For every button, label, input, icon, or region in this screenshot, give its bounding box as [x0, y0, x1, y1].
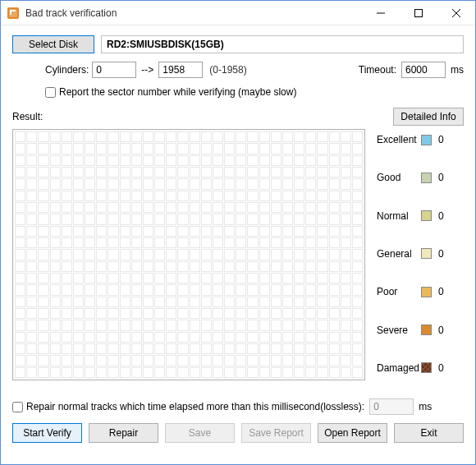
- repair-button[interactable]: Repair: [89, 423, 158, 443]
- repair-tracks-checkbox[interactable]: [12, 402, 23, 412]
- grid-cell: [131, 249, 142, 260]
- grid-cell: [166, 297, 176, 307]
- grid-cell: [305, 167, 316, 177]
- start-verify-button[interactable]: Start Verify: [12, 423, 82, 443]
- grid-cell: [224, 355, 235, 366]
- grid-cell: [96, 261, 107, 272]
- grid-cell: [85, 273, 95, 283]
- grid-cell: [190, 191, 200, 201]
- grid-cell: [62, 155, 72, 166]
- grid-cell: [15, 226, 25, 237]
- exit-button[interactable]: Exit: [394, 423, 464, 443]
- save-button[interactable]: Save: [165, 423, 235, 443]
- grid-cell: [224, 237, 235, 248]
- grid-cell: [190, 237, 200, 248]
- grid-cell: [120, 355, 130, 366]
- grid-cell: [62, 297, 72, 307]
- grid-cell: [73, 367, 84, 378]
- grid-cell: [341, 320, 351, 330]
- grid-cell: [38, 131, 48, 142]
- grid-cell: [341, 202, 351, 213]
- grid-cell: [38, 320, 48, 330]
- select-disk-button[interactable]: Select Disk: [12, 35, 94, 53]
- grid-cell: [131, 355, 142, 366]
- save-report-button[interactable]: Save Report: [241, 423, 311, 443]
- grid-cell: [224, 284, 235, 295]
- timeout-input[interactable]: [401, 62, 446, 78]
- grid-cell: [143, 237, 153, 248]
- grid-cell: [166, 332, 176, 343]
- grid-cell: [26, 332, 37, 343]
- repair-unit: ms: [419, 401, 432, 412]
- grid-cell: [341, 155, 351, 166]
- grid-cell: [26, 355, 37, 366]
- legend-label: Good: [377, 172, 421, 183]
- grid-cell: [236, 202, 246, 213]
- grid-cell: [143, 214, 153, 224]
- grid-cell: [247, 355, 258, 366]
- grid-cell: [271, 178, 281, 189]
- grid-cell: [96, 226, 107, 237]
- grid-cell: [224, 202, 235, 213]
- grid-cell: [317, 308, 327, 319]
- close-button[interactable]: [437, 1, 475, 25]
- open-report-button[interactable]: Open Report: [318, 423, 387, 443]
- grid-cell: [224, 178, 235, 189]
- grid-cell: [15, 355, 25, 366]
- grid-cell: [282, 214, 293, 224]
- grid-cell: [177, 249, 188, 260]
- grid-cell: [108, 332, 118, 343]
- grid-cell: [143, 249, 153, 260]
- grid-cell: [317, 297, 327, 307]
- grid-cell: [177, 131, 188, 142]
- legend-count: 0: [438, 248, 444, 260]
- grid-cell: [247, 308, 258, 319]
- grid-cell: [26, 191, 37, 201]
- grid-cell: [224, 332, 235, 343]
- legend-label: Normal: [377, 210, 421, 222]
- grid-cell: [131, 226, 142, 237]
- grid-cell: [213, 273, 223, 283]
- grid-cell: [352, 343, 363, 354]
- grid-cell: [120, 214, 130, 224]
- cylinder-to-input[interactable]: [158, 62, 203, 78]
- grid-cell: [352, 155, 363, 166]
- minimize-button[interactable]: [362, 1, 400, 25]
- grid-cell: [73, 143, 84, 154]
- grid-cell: [177, 355, 188, 366]
- grid-cell: [15, 343, 25, 354]
- grid-cell: [154, 155, 165, 166]
- grid-cell: [236, 178, 246, 189]
- grid-cell: [73, 214, 84, 224]
- grid-cell: [85, 167, 95, 177]
- grid-cell: [213, 284, 223, 295]
- grid-cell: [96, 249, 107, 260]
- legend-swatch-damaged: [421, 362, 432, 373]
- grid-cell: [85, 237, 95, 248]
- grid-cell: [305, 320, 316, 330]
- grid-cell: [38, 355, 48, 366]
- grid-cell: [131, 320, 142, 330]
- grid-cell: [305, 131, 316, 142]
- detailed-info-button[interactable]: Detailed Info: [393, 108, 464, 126]
- grid-cell: [85, 178, 95, 189]
- cylinder-from-input[interactable]: [92, 62, 136, 78]
- grid-cell: [154, 343, 165, 354]
- grid-cell: [341, 167, 351, 177]
- grid-cell: [96, 284, 107, 295]
- report-sector-checkbox[interactable]: [45, 87, 56, 98]
- grid-cell: [236, 308, 246, 319]
- grid-cell: [96, 332, 107, 343]
- grid-cell: [131, 131, 142, 142]
- window-title: Bad track verification: [25, 7, 117, 19]
- grid-cell: [177, 297, 188, 307]
- grid-cell: [38, 167, 48, 177]
- grid-cell: [271, 355, 281, 366]
- grid-cell: [294, 202, 304, 213]
- grid-cell: [120, 249, 130, 260]
- grid-cell: [166, 167, 176, 177]
- grid-cell: [247, 332, 258, 343]
- grid-cell: [62, 355, 72, 366]
- repair-threshold-input[interactable]: [369, 398, 414, 415]
- maximize-button[interactable]: [400, 1, 437, 25]
